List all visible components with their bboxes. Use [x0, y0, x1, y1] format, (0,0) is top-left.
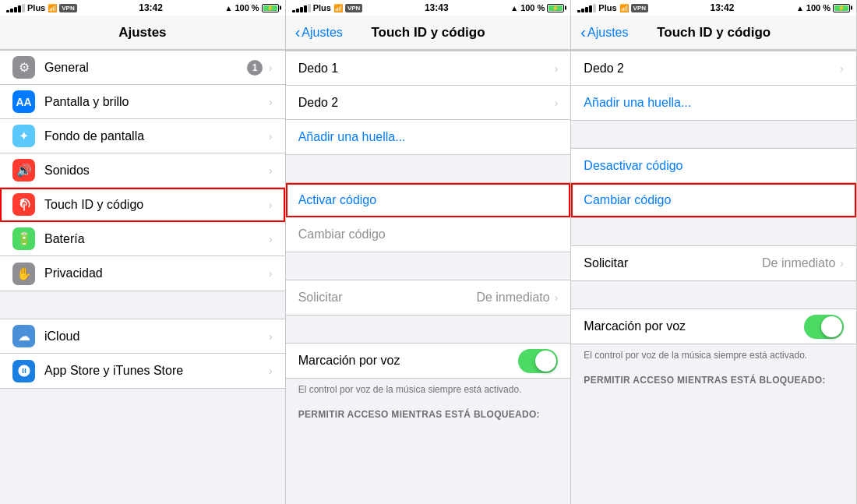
list-item-add-fingerprint-3[interactable]: Añadir una huella...: [571, 86, 856, 120]
list-item-fondo[interactable]: ✦ Fondo de pantalla ›: [0, 119, 285, 153]
battery-icon-1: ⚡: [262, 4, 279, 12]
list-item-pantalla[interactable]: AA Pantalla y brillo ›: [0, 85, 285, 119]
list-item-dedo2-3[interactable]: Dedo 2 ›: [571, 51, 856, 86]
code-group-3: Desactivar código Cambiar código: [571, 148, 856, 218]
chevron-solicitar-2: ›: [555, 291, 559, 304]
list-item-cambiar-codigo-2[interactable]: Cambiar código: [286, 217, 571, 252]
chevron-icloud: ›: [269, 330, 273, 343]
chevron-dedo2-3: ›: [840, 62, 844, 75]
voice-group-2: Marcación por voz: [286, 343, 571, 379]
list-item-dedo2[interactable]: Dedo 2 ›: [286, 86, 571, 120]
wifi-icon-2: 📶: [333, 4, 343, 12]
chevron-pantalla: ›: [269, 96, 273, 108]
gear-icon: ⚙: [12, 56, 35, 79]
list-item-appstore[interactable]: App Store y iTunes Store ›: [0, 354, 285, 388]
status-right-3: ▲ 100 % ⚡: [796, 3, 850, 12]
panel-touchid-after: Plus 📶 VPN 13:42 ▲ 100 % ⚡ ‹ Ajustes Tou…: [571, 0, 857, 504]
privacy-icon: ✋: [12, 263, 35, 285]
vpn-badge-3: VPN: [631, 4, 648, 12]
chevron-fondo: ›: [269, 130, 273, 143]
label-voice-3: Marcación por voz: [584, 319, 804, 333]
back-button-3[interactable]: ‹ Ajustes: [580, 23, 628, 41]
value-solicitar-3: De inmediato: [762, 256, 835, 270]
label-voice-2: Marcación por voz: [298, 354, 519, 368]
nav-title-2: Touch ID y código: [371, 25, 485, 41]
back-label-3: Ajustes: [587, 26, 628, 40]
voice-note-2: El control por voz de la música siempre …: [286, 379, 571, 404]
status-bar-3: Plus 📶 VPN 13:42 ▲ 100 % ⚡: [571, 0, 856, 16]
nav-title-3: Touch ID y código: [657, 25, 771, 41]
list-item-desactivar-codigo[interactable]: Desactivar código: [571, 149, 856, 183]
vpn-badge-2: VPN: [345, 4, 362, 12]
label-touchid: Touch ID y código: [44, 198, 269, 212]
voice-group-3: Marcación por voz: [571, 308, 856, 344]
battery-pct-3: 100 %: [806, 3, 831, 12]
label-fondo: Fondo de pantalla: [44, 129, 269, 143]
label-activar-codigo: Activar código: [298, 193, 559, 207]
list-item-general[interactable]: ⚙ General 1 ›: [0, 51, 285, 85]
permit-label-3: PERMITIR ACCESO MIENTRAS ESTÁ BLOQUEADO:: [571, 370, 856, 389]
carrier-name-3: Plus: [598, 3, 616, 12]
settings-list-2: Dedo 1 › Dedo 2 › Añadir una huella... A…: [286, 50, 571, 504]
gps-icon-2: ▲: [510, 4, 518, 12]
status-right-1: ▲ 100 % ⚡: [225, 3, 279, 12]
list-item-sonidos[interactable]: 🔊 Sonidos ›: [0, 153, 285, 188]
chevron-appstore: ›: [269, 365, 273, 377]
label-bateria: Batería: [44, 232, 269, 246]
toggle-voice-2[interactable]: [518, 349, 558, 373]
chevron-touchid: ›: [269, 199, 273, 211]
back-button-2[interactable]: ‹ Ajustes: [295, 23, 343, 41]
back-chevron-2: ‹: [295, 23, 301, 41]
toggle-thumb-3: [821, 316, 842, 337]
list-item-add-fingerprint-2[interactable]: Añadir una huella...: [286, 120, 571, 154]
status-bar-1: Plus 📶 VPN 13:42 ▲ 100 % ⚡: [0, 0, 285, 16]
wallpaper-icon: ✦: [12, 125, 35, 147]
list-item-solicitar-2[interactable]: Solicitar De inmediato ›: [286, 280, 571, 315]
permit-label-2: PERMITIR ACCESO MIENTRAS ESTÁ BLOQUEADO:: [286, 404, 571, 423]
solicitar-group-2: Solicitar De inmediato ›: [286, 280, 571, 315]
time-2: 13:43: [425, 2, 449, 13]
label-dedo2-3: Dedo 2: [584, 62, 840, 76]
sound-icon: 🔊: [12, 159, 35, 182]
nav-bar-1: Ajustes: [0, 16, 285, 50]
voice-note-3: El control por voz de la música siempre …: [571, 344, 856, 370]
wifi-icon-3: 📶: [619, 4, 629, 12]
chevron-bateria: ›: [269, 233, 273, 245]
status-left-3: Plus 📶 VPN: [577, 3, 648, 12]
status-bar-2: Plus 📶 VPN 13:43 ▲ 100 % ⚡: [286, 0, 571, 16]
nav-bar-2: ‹ Ajustes Touch ID y código: [286, 16, 571, 50]
settings-list-3: Dedo 2 › Añadir una huella... Desactivar…: [571, 50, 856, 504]
nav-bar-3: ‹ Ajustes Touch ID y código: [571, 16, 856, 50]
back-label-2: Ajustes: [302, 26, 342, 40]
label-add-fingerprint-2: Añadir una huella...: [298, 130, 559, 144]
list-group-main: ⚙ General 1 › AA Pantalla y brillo › ✦ F…: [0, 50, 285, 291]
label-privacidad: Privacidad: [44, 266, 269, 280]
list-item-bateria[interactable]: 🔋 Batería ›: [0, 222, 285, 256]
list-item-icloud[interactable]: ☁ iCloud ›: [0, 319, 285, 354]
list-item-touchid[interactable]: Touch ID y código ›: [0, 188, 285, 222]
battery-setting-icon: 🔋: [12, 227, 35, 250]
label-solicitar-3: Solicitar: [584, 256, 762, 270]
chevron-sonidos: ›: [269, 164, 273, 177]
list-item-activar-codigo[interactable]: Activar código: [286, 183, 571, 217]
carrier-name-1: Plus: [27, 3, 45, 12]
gps-icon-1: ▲: [225, 4, 233, 12]
solicitar-group-3: Solicitar De inmediato ›: [571, 245, 856, 281]
label-desactivar-codigo: Desactivar código: [584, 159, 844, 173]
appstore-icon: [12, 360, 35, 382]
list-item-voice-3[interactable]: Marcación por voz: [571, 309, 856, 344]
label-sonidos: Sonidos: [44, 164, 269, 178]
list-item-solicitar-3[interactable]: Solicitar De inmediato ›: [571, 246, 856, 280]
gps-icon-3: ▲: [796, 4, 804, 12]
chevron-general: ›: [269, 62, 273, 74]
list-item-privacidad[interactable]: ✋ Privacidad ›: [0, 256, 285, 291]
label-add-fingerprint-3: Añadir una huella...: [584, 96, 844, 110]
list-item-dedo1[interactable]: Dedo 1 ›: [286, 51, 571, 86]
status-left-1: Plus 📶 VPN: [6, 3, 77, 12]
list-item-voice-2[interactable]: Marcación por voz: [286, 344, 571, 378]
list-item-cambiar-codigo-3[interactable]: Cambiar código: [571, 183, 856, 217]
badge-general: 1: [247, 60, 263, 76]
label-solicitar-2: Solicitar: [298, 291, 477, 305]
vpn-badge-1: VPN: [59, 4, 76, 12]
toggle-voice-3[interactable]: [804, 315, 844, 339]
